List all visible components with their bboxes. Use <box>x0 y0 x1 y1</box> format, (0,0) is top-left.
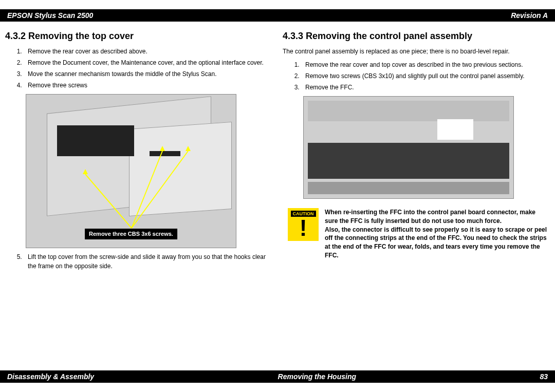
footer-bar: Disassembly & Assembly Removing the Hous… <box>0 370 555 383</box>
list-item: Move the scanner mechanism towards the m… <box>24 69 272 79</box>
figure-image: Remove three CBS 3x6 screws. <box>26 94 236 248</box>
caution-text: When re-inserting the FFC into the contr… <box>325 208 550 260</box>
figure-top-cover: Remove three CBS 3x6 screws. <box>26 94 272 248</box>
left-heading: 4.3.2 Removing the top cover <box>5 31 272 42</box>
callout-lines-icon <box>26 95 236 248</box>
caution-block: CAUTION ! When re-inserting the FFC into… <box>288 208 550 260</box>
right-heading: 4.3.3 Removing the control panel assembl… <box>283 31 550 42</box>
list-item: Remove the rear cover and top cover as d… <box>301 60 550 69</box>
right-steps: Remove the rear cover and top cover as d… <box>283 60 550 92</box>
caution-icon: CAUTION ! <box>288 208 319 241</box>
right-intro: The control panel assembly is replaced a… <box>283 47 550 56</box>
header-left: EPSON Stylus Scan 2500 <box>7 11 93 20</box>
footer-center: Removing the Housing <box>278 372 356 381</box>
figure-callout: Remove three CBS 3x6 screws. <box>85 229 177 239</box>
right-column: 4.3.3 Removing the control panel assembl… <box>283 31 550 273</box>
list-item: Remove two screws (CBS 3x10) and slightl… <box>301 71 550 81</box>
list-item: Lift the top cover from the screw-side a… <box>24 252 272 271</box>
left-steps-a: Remove the rear cover as described above… <box>5 47 272 90</box>
callout-text: Remove three CBS 3x6 screws. <box>89 231 173 237</box>
header-bar: EPSON Stylus Scan 2500 Revision A <box>0 9 555 22</box>
svg-line-2 <box>132 151 188 228</box>
list-item: Remove three screws <box>24 81 272 90</box>
figure-image <box>303 96 514 199</box>
left-column: 4.3.2 Removing the top cover Remove the … <box>5 31 272 273</box>
content-area: 4.3.2 Removing the top cover Remove the … <box>0 22 555 273</box>
figure-control-panel <box>303 96 550 199</box>
header-right: Revision A <box>511 11 548 20</box>
list-item: Remove the rear cover as described above… <box>24 47 272 56</box>
footer-right: 83 <box>540 372 548 381</box>
svg-line-0 <box>85 174 132 228</box>
svg-line-1 <box>132 151 162 228</box>
left-steps-b: Lift the top cover from the screw-side a… <box>5 252 272 271</box>
footer-left: Disassembly & Assembly <box>7 372 94 381</box>
list-item: Remove the FFC. <box>301 83 550 92</box>
list-item: Remove the Document cover, the Maintenan… <box>24 58 272 67</box>
exclamation-icon: ! <box>300 218 307 238</box>
